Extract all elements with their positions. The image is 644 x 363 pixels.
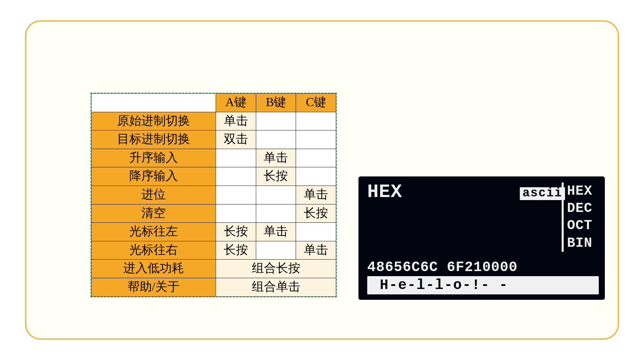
row-label: 光标往右 bbox=[91, 241, 216, 260]
cell-a: 长按 bbox=[216, 223, 256, 241]
row-label: 目标进制切换 bbox=[91, 130, 216, 149]
header-a: A键 bbox=[216, 94, 256, 112]
table-row: 升序输入 单击 bbox=[91, 149, 336, 167]
table-row: 光标往左 长按 单击 bbox=[91, 223, 336, 241]
lcd-base-item: HEX bbox=[567, 183, 599, 200]
table-row: 清空 长按 bbox=[91, 204, 336, 223]
cell-b bbox=[256, 241, 296, 260]
row-label: 升序输入 bbox=[91, 149, 216, 167]
cell-c bbox=[296, 149, 336, 167]
table-row: 原始进制切换 单击 bbox=[91, 112, 336, 130]
row-label: 光标往左 bbox=[91, 223, 216, 241]
lcd-base-item: BIN bbox=[567, 235, 599, 252]
cell-a: 双击 bbox=[216, 130, 256, 149]
lcd-main-area: HEX ascii 48656C6C 6F210000 bbox=[367, 183, 563, 273]
table-row: 帮助/关于 组合单击 bbox=[91, 278, 336, 296]
key-table-container: A键 B键 C键 原始进制切换 单击 目标进制切换 双击 升序 bbox=[90, 93, 337, 297]
cell-a: 单击 bbox=[216, 112, 256, 130]
cell-combo: 组合长按 bbox=[216, 260, 336, 278]
cell-c: 长按 bbox=[296, 204, 336, 223]
row-label: 进入低功耗 bbox=[91, 260, 216, 278]
cell-c bbox=[296, 223, 336, 241]
row-label: 降序输入 bbox=[91, 167, 216, 186]
row-label: 进位 bbox=[91, 186, 216, 204]
cell-c: 单击 bbox=[296, 186, 336, 204]
row-label: 清空 bbox=[91, 204, 216, 223]
lcd-decoded-text: H-e-l-l-o-!- - bbox=[367, 276, 599, 294]
header-b: B键 bbox=[256, 94, 296, 112]
cell-c bbox=[296, 167, 336, 186]
page-stage: A键 B键 C键 原始进制切换 单击 目标进制切换 双击 升序 bbox=[0, 0, 644, 363]
key-table: A键 B键 C键 原始进制切换 单击 目标进制切换 双击 升序 bbox=[91, 93, 336, 297]
cell-b bbox=[256, 204, 296, 223]
content-frame: A键 B键 C键 原始进制切换 单击 目标进制切换 双击 升序 bbox=[25, 20, 619, 340]
cell-combo: 组合单击 bbox=[216, 278, 336, 296]
cell-c bbox=[296, 112, 336, 130]
lcd-base-item: DEC bbox=[567, 200, 599, 217]
cell-b bbox=[256, 186, 296, 204]
cell-b bbox=[256, 112, 296, 130]
table-header-row: A键 B键 C键 bbox=[91, 94, 336, 112]
lcd-base-item: OCT bbox=[567, 217, 599, 234]
cell-a bbox=[216, 167, 256, 186]
table-row: 光标往右 长按 单击 bbox=[91, 241, 336, 260]
lcd-base-list: HEX DEC OCT BIN bbox=[562, 183, 599, 252]
table-row: 进位 单击 bbox=[91, 186, 336, 204]
cell-c: 单击 bbox=[296, 241, 336, 260]
lcd-ascii-badge: ascii bbox=[520, 187, 565, 200]
cell-c bbox=[296, 130, 336, 149]
cell-a: 长按 bbox=[216, 241, 256, 260]
cell-a bbox=[216, 149, 256, 167]
lcd-hex-readout: 48656C6C 6F210000 bbox=[367, 259, 563, 275]
table-row: 降序输入 长按 bbox=[91, 167, 336, 186]
cell-b: 单击 bbox=[256, 223, 296, 241]
cell-b: 单击 bbox=[256, 149, 296, 167]
header-c: C键 bbox=[296, 94, 336, 112]
row-label: 原始进制切换 bbox=[91, 112, 216, 130]
header-blank bbox=[91, 94, 216, 112]
cell-b: 长按 bbox=[256, 167, 296, 186]
cell-b bbox=[256, 130, 296, 149]
cell-a bbox=[216, 186, 256, 204]
cell-a bbox=[216, 204, 256, 223]
table-row: 进入低功耗 组合长按 bbox=[91, 260, 336, 278]
table-row: 目标进制切换 双击 bbox=[91, 130, 336, 149]
lcd-display: HEX ascii 48656C6C 6F210000 HEX DEC OCT … bbox=[358, 176, 605, 300]
row-label: 帮助/关于 bbox=[91, 278, 216, 296]
